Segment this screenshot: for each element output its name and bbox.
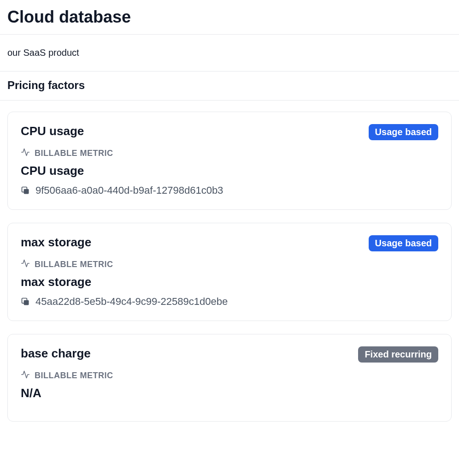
- pricing-type-badge: Usage based: [369, 235, 438, 251]
- product-description: our SaaS product: [0, 35, 459, 71]
- pricing-type-badge: Usage based: [369, 124, 438, 140]
- copy-icon[interactable]: [21, 186, 30, 195]
- svg-rect-0: [24, 189, 29, 194]
- billable-metric-label: BILLABLE METRIC: [21, 370, 438, 381]
- activity-icon: [21, 259, 30, 270]
- billable-metric-text: BILLABLE METRIC: [35, 371, 113, 381]
- pricing-factor-card: base charge Fixed recurring BILLABLE MET…: [7, 334, 452, 422]
- activity-icon: [21, 148, 30, 159]
- billable-metric-label: BILLABLE METRIC: [21, 148, 438, 159]
- card-header: base charge Fixed recurring: [21, 346, 438, 363]
- metric-name: max storage: [21, 275, 438, 289]
- card-header: CPU usage Usage based: [21, 124, 438, 140]
- pricing-factor-card: max storage Usage based BILLABLE METRIC …: [7, 223, 452, 321]
- card-header: max storage Usage based: [21, 235, 438, 251]
- factor-title: max storage: [21, 235, 91, 250]
- pricing-factors-list: CPU usage Usage based BILLABLE METRIC CP…: [0, 101, 459, 422]
- metric-name: CPU usage: [21, 164, 438, 178]
- activity-icon: [21, 370, 30, 381]
- metric-id: 45aa22d8-5e5b-49c4-9c99-22589c1d0ebe: [35, 296, 228, 308]
- billable-metric-text: BILLABLE METRIC: [35, 149, 113, 158]
- billable-metric-text: BILLABLE METRIC: [35, 260, 113, 269]
- svg-rect-2: [24, 300, 29, 305]
- section-title: Pricing factors: [0, 71, 459, 100]
- billable-metric-label: BILLABLE METRIC: [21, 259, 438, 270]
- metric-id-row: 9f506aa6-a0a0-440d-b9af-12798d61c0b3: [21, 184, 438, 196]
- metric-id: 9f506aa6-a0a0-440d-b9af-12798d61c0b3: [35, 184, 223, 196]
- page-title: Cloud database: [0, 0, 459, 34]
- pricing-factor-card: CPU usage Usage based BILLABLE METRIC CP…: [7, 112, 452, 210]
- metric-name: N/A: [21, 386, 438, 400]
- factor-title: CPU usage: [21, 124, 84, 138]
- factor-title: base charge: [21, 346, 91, 361]
- copy-icon[interactable]: [21, 297, 30, 306]
- metric-id-row: 45aa22d8-5e5b-49c4-9c99-22589c1d0ebe: [21, 296, 438, 308]
- pricing-type-badge: Fixed recurring: [358, 346, 438, 363]
